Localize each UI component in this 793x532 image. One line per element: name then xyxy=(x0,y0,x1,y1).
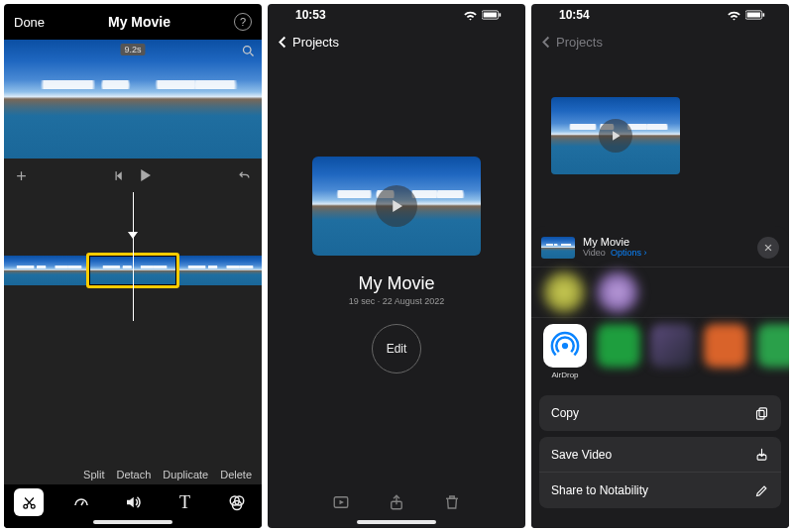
play-fullscreen-button[interactable] xyxy=(331,493,351,511)
project-thumbnail[interactable] xyxy=(312,157,481,256)
play-button[interactable] xyxy=(136,166,154,184)
edit-button[interactable]: Edit xyxy=(372,324,421,373)
timeline[interactable] xyxy=(4,192,262,321)
svg-marker-21 xyxy=(340,500,345,505)
edit-actions-row: Split Detach Duplicate Delete xyxy=(4,465,262,484)
share-people-row[interactable] xyxy=(531,266,789,318)
home-indicator[interactable] xyxy=(357,520,436,524)
status-time: 10:53 xyxy=(295,8,326,22)
playhead[interactable] xyxy=(133,192,134,321)
share-app[interactable] xyxy=(757,324,789,368)
delete-button[interactable]: Delete xyxy=(220,469,252,480)
share-app[interactable] xyxy=(597,324,640,368)
svg-line-1 xyxy=(250,53,253,55)
screen-share-sheet: 10:54 Projects My Movie Video Options › xyxy=(531,4,789,528)
save-video-action[interactable]: Save Video xyxy=(539,437,781,473)
timeline-clip[interactable] xyxy=(175,256,262,285)
home-indicator[interactable] xyxy=(93,520,172,524)
chevron-left-icon xyxy=(276,35,290,50)
airdrop-app[interactable]: AirDrop xyxy=(543,324,587,379)
back-button[interactable]: Projects xyxy=(268,26,525,57)
share-sheet: My Movie Video Options › xyxy=(531,226,789,528)
project-title-nav: My Movie xyxy=(108,14,170,30)
play-overlay-icon[interactable] xyxy=(376,185,417,227)
timeline-clip[interactable] xyxy=(4,256,90,285)
project-subtitle: 19 sec · 22 August 2022 xyxy=(349,296,445,306)
svg-point-0 xyxy=(244,47,252,54)
share-apps-row: AirDrop xyxy=(531,318,789,389)
filters-tool-button[interactable] xyxy=(222,489,252,515)
speed-tool-button[interactable] xyxy=(66,489,96,515)
share-button[interactable] xyxy=(387,493,406,511)
add-media-button[interactable] xyxy=(14,168,29,183)
playback-controls xyxy=(4,159,262,192)
share-actions-list: Copy Save Video Share to Notability xyxy=(531,389,789,508)
pencil-icon xyxy=(754,483,769,498)
status-bar: 10:53 xyxy=(268,4,525,26)
back-button: Projects xyxy=(531,26,789,57)
editor-nav: Done My Movie ? xyxy=(4,4,262,40)
contact-avatar[interactable] xyxy=(597,271,638,313)
close-button[interactable] xyxy=(757,237,779,259)
duplicate-button[interactable]: Duplicate xyxy=(163,469,208,480)
status-bar: 10:54 xyxy=(531,4,789,26)
share-thumbnail xyxy=(541,237,575,259)
titles-tool-button[interactable]: T xyxy=(170,489,200,515)
svg-rect-18 xyxy=(500,13,502,16)
share-app[interactable] xyxy=(704,324,747,368)
svg-rect-25 xyxy=(763,13,765,16)
share-app[interactable] xyxy=(650,324,694,368)
screen-editor: Done My Movie ? 9.2s xyxy=(4,4,262,528)
volume-tool-button[interactable] xyxy=(118,489,148,515)
help-button[interactable]: ? xyxy=(234,13,252,31)
svg-rect-31 xyxy=(757,410,765,419)
airdrop-label: AirDrop xyxy=(551,371,578,379)
project-thumbnail xyxy=(551,97,680,174)
battery-icon xyxy=(745,10,765,20)
chevron-left-icon xyxy=(539,35,554,50)
svg-marker-6 xyxy=(141,169,151,181)
skip-back-icon[interactable] xyxy=(113,168,128,183)
zoom-icon[interactable] xyxy=(241,44,256,58)
battery-icon xyxy=(482,10,502,20)
share-options-button[interactable]: Options › xyxy=(611,248,647,258)
share-header: My Movie Video Options › xyxy=(531,226,789,266)
svg-marker-12 xyxy=(127,497,134,508)
delete-button[interactable] xyxy=(442,493,462,511)
detach-button[interactable]: Detach xyxy=(116,469,151,480)
svg-rect-30 xyxy=(759,407,767,416)
share-title: My Movie xyxy=(583,236,749,248)
wifi-icon xyxy=(727,8,741,23)
undo-button[interactable] xyxy=(237,168,252,183)
contact-avatar[interactable] xyxy=(543,271,585,313)
svg-rect-5 xyxy=(115,171,116,180)
status-time: 10:54 xyxy=(559,8,590,22)
share-notability-action[interactable]: Share to Notability xyxy=(539,473,781,508)
clip-duration-badge: 9.2s xyxy=(120,44,145,55)
svg-marker-19 xyxy=(393,200,402,212)
split-button[interactable]: Split xyxy=(83,469,104,480)
back-label: Projects xyxy=(556,35,603,50)
svg-rect-24 xyxy=(747,13,760,18)
svg-marker-4 xyxy=(116,171,121,180)
copy-icon xyxy=(754,406,769,421)
svg-point-29 xyxy=(562,343,568,349)
copy-action[interactable]: Copy xyxy=(539,395,781,431)
svg-rect-17 xyxy=(484,13,497,18)
video-preview[interactable]: 9.2s xyxy=(4,40,262,159)
wifi-icon xyxy=(463,8,478,23)
project-title: My Movie xyxy=(358,273,434,294)
svg-line-11 xyxy=(81,501,83,505)
back-label: Projects xyxy=(292,35,339,50)
done-button[interactable]: Done xyxy=(14,15,45,30)
share-kind: Video xyxy=(583,248,606,258)
screen-project-detail: 10:53 Projects My Movie 19 sec · 22 Augu… xyxy=(268,4,525,528)
cut-tool-button[interactable] xyxy=(14,488,44,516)
svg-marker-26 xyxy=(613,131,621,140)
download-icon xyxy=(754,447,769,462)
play-overlay-icon xyxy=(599,119,632,153)
